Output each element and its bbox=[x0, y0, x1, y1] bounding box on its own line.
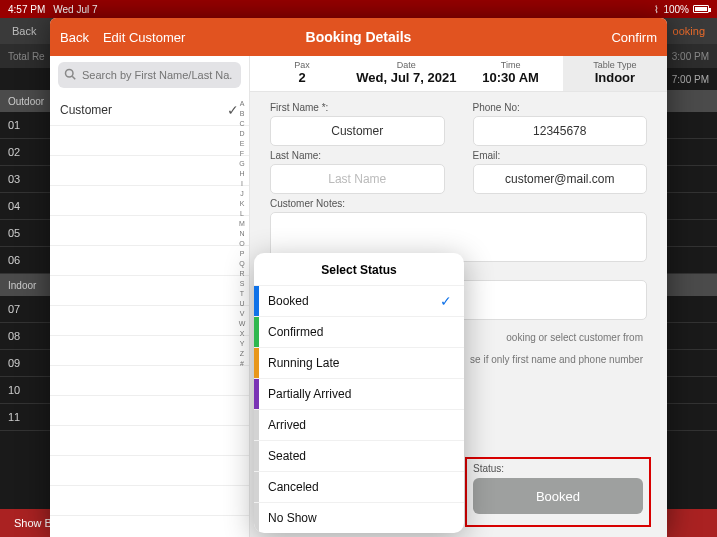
svg-line-1 bbox=[72, 76, 75, 79]
summary-table-type[interactable]: Table Type Indoor bbox=[563, 56, 667, 91]
alpha-index-letter[interactable]: V bbox=[237, 310, 247, 317]
list-item bbox=[50, 246, 249, 276]
list-item bbox=[50, 216, 249, 246]
first-name-label: First Name *: bbox=[270, 102, 445, 113]
status-option-label: Partially Arrived bbox=[268, 387, 351, 401]
device-status-bar: 4:57 PM Wed Jul 7 ⌇ 100% bbox=[0, 0, 717, 18]
bg-section-indoor[interactable]: Indoor bbox=[8, 280, 36, 291]
email-field[interactable] bbox=[473, 164, 648, 194]
alpha-index-letter[interactable]: Y bbox=[237, 340, 247, 347]
status-color-swatch bbox=[254, 503, 259, 533]
alpha-index-letter[interactable]: O bbox=[237, 240, 247, 247]
bg-time-2: 7:00 PM bbox=[672, 74, 709, 85]
booking-summary: Pax 2 Date Wed, Jul 7, 2021 Time 10:30 A… bbox=[250, 56, 667, 92]
status-option[interactable]: Seated bbox=[254, 440, 464, 471]
alpha-index-letter[interactable]: S bbox=[237, 280, 247, 287]
status-label: Status: bbox=[473, 463, 643, 474]
search-icon bbox=[64, 68, 76, 80]
first-name-field[interactable] bbox=[270, 116, 445, 146]
status-option[interactable]: Arrived bbox=[254, 409, 464, 440]
alpha-index-letter[interactable]: C bbox=[237, 120, 247, 127]
alpha-index-letter[interactable]: A bbox=[237, 100, 247, 107]
alpha-index-letter[interactable]: R bbox=[237, 270, 247, 277]
list-item bbox=[50, 396, 249, 426]
status-color-swatch bbox=[254, 410, 259, 440]
edit-customer-button[interactable]: Edit Customer bbox=[103, 30, 185, 45]
bg-time-1: 3:00 PM bbox=[672, 51, 709, 62]
alpha-index-letter[interactable]: Z bbox=[237, 350, 247, 357]
customer-row-label: Customer bbox=[60, 103, 112, 117]
status-option-label: Canceled bbox=[268, 480, 319, 494]
status-option[interactable]: Partially Arrived bbox=[254, 378, 464, 409]
summary-date[interactable]: Date Wed, Jul 7, 2021 bbox=[354, 56, 458, 91]
alpha-index-letter[interactable]: Q bbox=[237, 260, 247, 267]
status-option[interactable]: Confirmed bbox=[254, 316, 464, 347]
status-option[interactable]: Running Late bbox=[254, 347, 464, 378]
list-item bbox=[50, 186, 249, 216]
confirm-button[interactable]: Confirm bbox=[611, 30, 657, 45]
popover-title: Select Status bbox=[254, 253, 464, 285]
alpha-index-letter[interactable]: F bbox=[237, 150, 247, 157]
status-option-label: Arrived bbox=[268, 418, 306, 432]
list-item bbox=[50, 426, 249, 456]
status-option[interactable]: Booked✓ bbox=[254, 285, 464, 316]
select-status-popover: Select Status Booked✓ConfirmedRunning La… bbox=[254, 253, 464, 533]
alpha-index-letter[interactable]: I bbox=[237, 180, 247, 187]
alpha-index-letter[interactable]: T bbox=[237, 290, 247, 297]
alpha-index-letter[interactable]: P bbox=[237, 250, 247, 257]
alpha-index-letter[interactable]: U bbox=[237, 300, 247, 307]
bg-section-outdoor[interactable]: Outdoor bbox=[8, 96, 44, 107]
status-color-swatch bbox=[254, 441, 259, 471]
alpha-index-letter[interactable]: M bbox=[237, 220, 247, 227]
status-section-highlight: Status: Booked bbox=[465, 457, 651, 527]
alpha-index[interactable]: ABCDEFGHIJKLMNOPQRSTUVWXYZ# bbox=[237, 100, 247, 531]
status-option[interactable]: Canceled bbox=[254, 471, 464, 502]
alpha-index-letter[interactable]: W bbox=[237, 320, 247, 327]
status-option-label: No Show bbox=[268, 511, 317, 525]
status-button[interactable]: Booked bbox=[473, 478, 643, 514]
status-color-swatch bbox=[254, 379, 259, 409]
alpha-index-letter[interactable]: G bbox=[237, 160, 247, 167]
modal-back-button[interactable]: Back bbox=[60, 30, 89, 45]
list-item bbox=[50, 336, 249, 366]
checkmark-icon: ✓ bbox=[440, 293, 452, 309]
customer-notes-label: Customer Notes: bbox=[270, 198, 647, 209]
list-item bbox=[50, 366, 249, 396]
last-name-field[interactable] bbox=[270, 164, 445, 194]
search-input[interactable] bbox=[58, 62, 241, 88]
list-item bbox=[50, 306, 249, 336]
statusbar-date: Wed Jul 7 bbox=[53, 4, 97, 15]
status-option-label: Running Late bbox=[268, 356, 339, 370]
customer-row[interactable]: Customer ✓ bbox=[50, 94, 249, 126]
last-name-label: Last Name: bbox=[270, 150, 445, 161]
alpha-index-letter[interactable]: D bbox=[237, 130, 247, 137]
battery-icon bbox=[693, 5, 709, 13]
statusbar-time: 4:57 PM bbox=[8, 4, 45, 15]
list-item bbox=[50, 156, 249, 186]
status-color-swatch bbox=[254, 472, 259, 502]
alpha-index-letter[interactable]: # bbox=[237, 360, 247, 367]
phone-field[interactable] bbox=[473, 116, 648, 146]
alpha-index-letter[interactable]: X bbox=[237, 330, 247, 337]
alpha-index-letter[interactable]: N bbox=[237, 230, 247, 237]
alpha-index-letter[interactable]: H bbox=[237, 170, 247, 177]
status-color-swatch bbox=[254, 348, 259, 378]
summary-pax[interactable]: Pax 2 bbox=[250, 56, 354, 91]
alpha-index-letter[interactable]: B bbox=[237, 110, 247, 117]
bg-back-button[interactable]: Back bbox=[12, 25, 36, 37]
summary-time[interactable]: Time 10:30 AM bbox=[459, 56, 563, 91]
alpha-index-letter[interactable]: J bbox=[237, 190, 247, 197]
status-option[interactable]: No Show bbox=[254, 502, 464, 533]
bg-booking-button[interactable]: ooking bbox=[673, 25, 705, 37]
alpha-index-letter[interactable]: L bbox=[237, 210, 247, 217]
alpha-index-letter[interactable]: E bbox=[237, 140, 247, 147]
list-item bbox=[50, 276, 249, 306]
list-item bbox=[50, 456, 249, 486]
status-color-swatch bbox=[254, 317, 259, 347]
status-option-label: Confirmed bbox=[268, 325, 323, 339]
list-item bbox=[50, 126, 249, 156]
list-item bbox=[50, 486, 249, 516]
modal-header: Back Edit Customer Booking Details Confi… bbox=[50, 18, 667, 56]
battery-pct: 100% bbox=[663, 4, 689, 15]
alpha-index-letter[interactable]: K bbox=[237, 200, 247, 207]
